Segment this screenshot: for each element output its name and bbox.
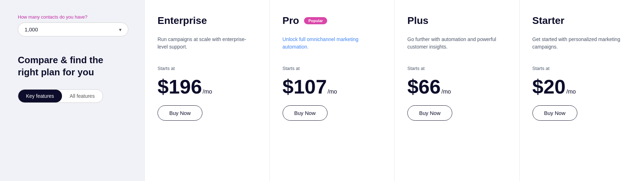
plan-pro: Pro Popular Unlock full omnichannel mark… [269,0,395,181]
contacts-value: 1,000 [25,26,38,32]
plan-enterprise-header: Enterprise [158,11,257,30]
plan-enterprise-name: Enterprise [158,15,207,26]
plan-plus-price: $66 [407,77,441,97]
plan-enterprise-price: $196 [158,77,202,97]
plan-plus-price-row: $66 /mo [407,77,506,97]
plan-enterprise-price-row: $196 /mo [158,77,257,97]
plans-grid: Enterprise Run campaigns at scale with e… [144,0,644,181]
all-features-button[interactable]: All features [62,90,103,102]
key-features-button[interactable]: Key features [18,90,62,102]
plan-starter-description: Get started with personalized marketing … [532,36,632,57]
plan-enterprise-buy-button[interactable]: Buy Now [158,105,202,121]
plan-pro-per-mo: /mo [328,89,337,95]
contacts-dropdown[interactable]: 1,000 ▾ [18,22,128,36]
plan-enterprise-starts-at: Starts at [158,66,257,71]
plan-plus-per-mo: /mo [441,89,451,95]
plan-enterprise: Enterprise Run campaigns at scale with e… [144,0,269,181]
chevron-down-icon: ▾ [119,27,122,32]
plan-starter-name: Starter [532,15,565,26]
plan-pro-price-row: $107 /mo [283,77,382,97]
contacts-question-label: How many contacts do you have? [18,14,130,20]
plan-pro-starts-at: Starts at [283,66,382,71]
plan-pro-price: $107 [283,77,327,97]
plan-plus-buy-button[interactable]: Buy Now [407,105,452,121]
pricing-page: How many contacts do you have? 1,000 ▾ C… [0,0,644,181]
plan-plus-header: Plus [407,11,506,30]
plan-starter-starts-at: Starts at [532,66,632,71]
feature-toggle: Key features All features [18,89,103,103]
plan-enterprise-description: Run campaigns at scale with enterprise-l… [158,36,257,57]
plan-starter-header: Starter [532,11,632,30]
plan-pro-description: Unlock full omnichannel marketing automa… [283,36,382,57]
plan-plus-starts-at: Starts at [407,66,506,71]
plan-starter-price-row: $20 /mo [532,77,632,97]
plan-pro-name: Pro [283,15,299,26]
plan-starter-per-mo: /mo [566,89,576,95]
plan-enterprise-per-mo: /mo [203,89,212,95]
sidebar: How many contacts do you have? 1,000 ▾ C… [0,0,144,181]
plan-pro-buy-button[interactable]: Buy Now [283,105,328,121]
plan-starter-price: $20 [532,77,566,97]
plan-plus-name: Plus [407,15,428,26]
plan-starter: Starter Get started with personalized ma… [519,0,644,181]
plan-pro-header: Pro Popular [283,11,382,30]
plan-starter-buy-button[interactable]: Buy Now [532,105,577,121]
compare-title: Compare & find the right plan for you [18,54,118,79]
popular-badge: Popular [304,17,327,24]
plan-plus-description: Go further with automation and powerful … [407,36,506,57]
plan-plus: Plus Go further with automation and powe… [394,0,519,181]
